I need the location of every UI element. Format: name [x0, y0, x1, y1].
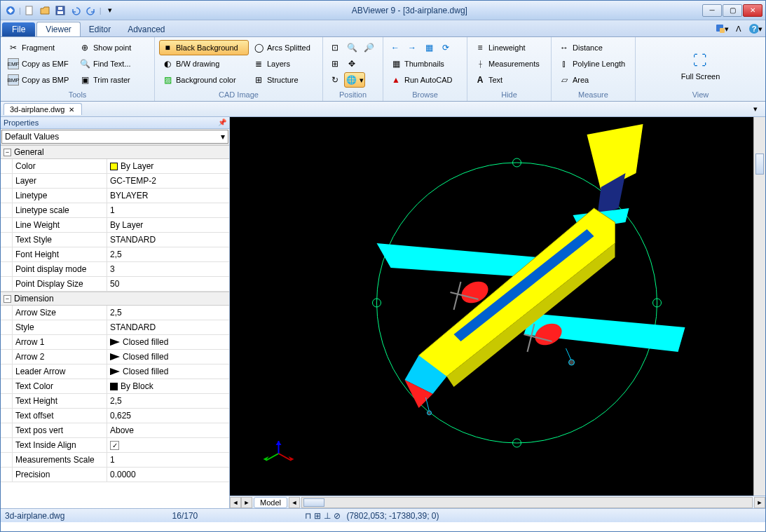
prop-row[interactable]: Text Inside Align✓: [1, 438, 229, 453]
collapse-icon[interactable]: −: [4, 149, 11, 156]
orbit-button[interactable]: 🌐▾: [344, 72, 365, 88]
find-text-button[interactable]: 🔍Find Text...: [76, 56, 134, 71]
advanced-tab[interactable]: Advanced: [119, 22, 173, 36]
prop-value[interactable]: 3: [107, 264, 229, 274]
prop-row[interactable]: Precision0.0000: [1, 468, 229, 482]
prop-row[interactable]: Text Height2,5: [1, 394, 229, 409]
prop-row[interactable]: Text offset0,625: [1, 409, 229, 423]
editor-tab[interactable]: Editor: [81, 22, 119, 36]
dimension-section-header[interactable]: − Dimension: [1, 292, 229, 306]
open-icon[interactable]: [38, 4, 52, 18]
pan-button[interactable]: ✥: [344, 56, 360, 71]
fragment-button[interactable]: ✂Fragment: [5, 40, 75, 55]
prop-row[interactable]: ColorBy Layer: [1, 159, 229, 174]
refresh-button[interactable]: ⟳: [438, 40, 453, 55]
prop-row[interactable]: Line WeightBy Layer: [1, 218, 229, 233]
background-color-button[interactable]: ▨Background color: [159, 72, 249, 88]
pin-icon[interactable]: 📌: [218, 118, 226, 127]
prop-value[interactable]: ✓: [107, 441, 229, 450]
snap-icon[interactable]: ⊓: [305, 511, 311, 521]
prop-value[interactable]: By Layer: [107, 161, 229, 171]
prop-row[interactable]: Text StyleSTANDARD: [1, 233, 229, 247]
fit-button[interactable]: ⊞: [327, 56, 343, 71]
zoom-out-button[interactable]: 🔎: [361, 40, 376, 55]
prop-value[interactable]: By Block: [107, 381, 229, 391]
copy-emf-button[interactable]: EMFCopy as EMF: [5, 56, 75, 71]
prop-row[interactable]: Point display mode3: [1, 262, 229, 277]
trim-raster-button[interactable]: ▣Trim raster: [76, 72, 133, 88]
checkbox-icon[interactable]: ✓: [110, 441, 119, 450]
prop-value[interactable]: GC-TEMP-2: [107, 176, 229, 186]
prop-value[interactable]: STANDARD: [107, 322, 229, 332]
scroll-thumb[interactable]: [303, 498, 324, 507]
autocad-button[interactable]: ▲Run AutoCAD: [388, 72, 463, 88]
next-button[interactable]: →: [404, 40, 420, 55]
prop-value[interactable]: ▸Closed filled: [107, 367, 229, 376]
prop-value[interactable]: 2,5: [107, 308, 229, 318]
copy-bmp-button[interactable]: BMPCopy as BMP: [5, 72, 75, 88]
scroll-left-icon[interactable]: ◄: [289, 497, 300, 508]
fullscreen-button[interactable]: ⛶ Full Screen: [674, 47, 727, 83]
prop-row[interactable]: Leader Arrow▸Closed filled: [1, 364, 229, 379]
scroll-thumb[interactable]: [755, 154, 764, 175]
app-icon[interactable]: [4, 4, 18, 18]
3d-viewport[interactable]: [230, 117, 765, 496]
collapse-icon[interactable]: −: [4, 295, 11, 303]
prop-row[interactable]: Measurements Scale1: [1, 453, 229, 468]
layers-button[interactable]: ≣Layers: [250, 56, 293, 71]
prop-value[interactable]: ▸Closed filled: [107, 337, 229, 347]
prop-value[interactable]: 0.0000: [107, 470, 229, 479]
prop-value[interactable]: STANDARD: [107, 235, 229, 245]
grid-icon[interactable]: ⊞: [314, 511, 321, 521]
prop-row[interactable]: Linetype scale1: [1, 203, 229, 218]
horizontal-scrollbar[interactable]: [301, 497, 753, 508]
rotate-button[interactable]: ↻: [327, 72, 343, 88]
prop-value[interactable]: 0,625: [107, 411, 229, 421]
prop-row[interactable]: Text pos vertAbove: [1, 423, 229, 438]
polyline-button[interactable]: ⫿Polyline Length: [556, 56, 631, 71]
options-icon[interactable]: ▾: [715, 22, 729, 36]
prop-value[interactable]: 2,5: [107, 250, 229, 259]
file-tab[interactable]: File: [2, 22, 35, 36]
slideshow-button[interactable]: ▦: [421, 40, 437, 55]
black-background-button[interactable]: ■Black Background: [159, 40, 249, 55]
redo-icon[interactable]: [84, 4, 98, 18]
arcs-splitted-button[interactable]: ◯Arcs Splitted: [250, 40, 313, 55]
prop-value[interactable]: ▸Closed filled: [107, 352, 229, 362]
prop-value[interactable]: 1: [107, 205, 229, 215]
thumbnails-button[interactable]: ▦Thumbnails: [388, 56, 463, 71]
save-icon[interactable]: [53, 4, 67, 18]
prop-row[interactable]: Arrow Size2,5: [1, 306, 229, 320]
ortho-icon[interactable]: ⊥: [324, 511, 331, 521]
general-section-header[interactable]: − General: [1, 145, 229, 159]
prop-row[interactable]: LayerGC-TEMP-2: [1, 174, 229, 189]
prop-row[interactable]: StyleSTANDARD: [1, 320, 229, 335]
measurements-button[interactable]: ⟊Measurements: [472, 56, 547, 71]
polar-icon[interactable]: ⊘: [334, 511, 341, 521]
prop-value[interactable]: By Layer: [107, 220, 229, 230]
area-button[interactable]: ▱Area: [556, 72, 631, 88]
tab-prev-icon[interactable]: ◄: [230, 497, 241, 508]
prev-button[interactable]: ←: [388, 40, 403, 55]
close-tab-icon[interactable]: ✕: [67, 105, 76, 114]
prop-row[interactable]: Text ColorBy Block: [1, 379, 229, 394]
close-button[interactable]: ✕: [743, 4, 762, 17]
viewer-tab[interactable]: Viewer: [36, 22, 80, 36]
qat-dropdown-icon[interactable]: ▾: [103, 4, 117, 18]
prop-row[interactable]: Arrow 2▸Closed filled: [1, 350, 229, 364]
prop-row[interactable]: Point Display Size50: [1, 277, 229, 292]
structure-button[interactable]: ⊞Structure: [250, 72, 301, 88]
prop-row[interactable]: Font Height2,5: [1, 247, 229, 262]
show-point-button[interactable]: ⊕Show point: [76, 40, 134, 55]
bw-drawing-button[interactable]: ◐B/W drawing: [159, 56, 249, 71]
undo-icon[interactable]: [69, 4, 83, 18]
prop-value[interactable]: BYLAYER: [107, 191, 229, 200]
minimize-button[interactable]: ─: [702, 4, 722, 17]
lineweight-button[interactable]: ≡Lineweight: [472, 40, 547, 55]
zoom-window-button[interactable]: ⊡: [327, 40, 343, 55]
default-values-dropdown[interactable]: Default Values ▾: [1, 130, 228, 144]
vertical-scrollbar[interactable]: [753, 117, 765, 496]
document-tab[interactable]: 3d-airplane.dwg ✕: [4, 103, 82, 115]
scroll-right-icon[interactable]: ►: [754, 497, 765, 508]
maximize-button[interactable]: ▢: [723, 4, 742, 17]
